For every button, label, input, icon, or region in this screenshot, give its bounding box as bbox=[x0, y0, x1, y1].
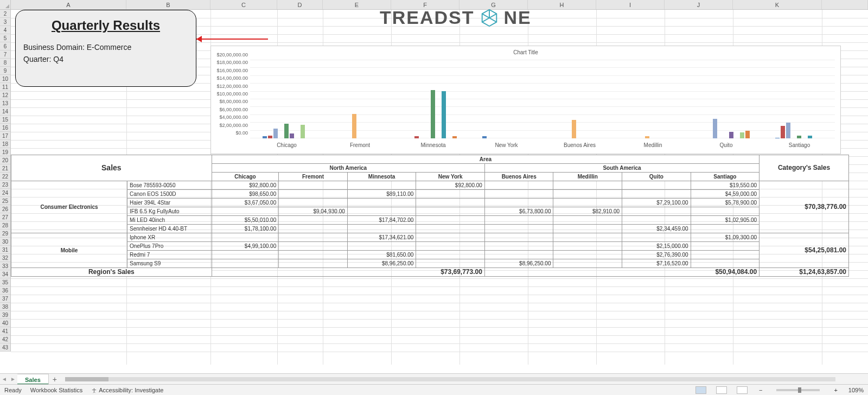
value-cell[interactable]: $92,800.00 bbox=[212, 181, 279, 190]
row-35[interactable]: 35 bbox=[0, 278, 10, 286]
row-3[interactable]: 3 bbox=[0, 18, 10, 26]
value-cell[interactable]: $2,34,459.00 bbox=[622, 225, 691, 233]
table-row[interactable]: OnePlus 7Pro$4,99,100.00$2,15,000.00 bbox=[11, 242, 849, 251]
value-cell[interactable] bbox=[553, 225, 622, 233]
value-cell[interactable] bbox=[347, 225, 416, 233]
value-cell[interactable] bbox=[622, 190, 691, 199]
value-cell[interactable] bbox=[347, 199, 416, 207]
value-cell[interactable] bbox=[279, 190, 348, 199]
row-11[interactable]: 11 bbox=[0, 83, 10, 91]
value-cell[interactable] bbox=[416, 259, 485, 268]
row-2[interactable]: 2 bbox=[0, 10, 10, 18]
product-cell[interactable]: Haier 394L 4Star bbox=[127, 199, 212, 207]
region-sales-label[interactable]: Region's Sales bbox=[11, 268, 212, 277]
value-cell[interactable]: $17,84,702.00 bbox=[347, 216, 416, 225]
col-K[interactable]: K bbox=[733, 0, 822, 9]
row-5[interactable]: 5 bbox=[0, 34, 10, 42]
horizontal-scrollbar[interactable] bbox=[65, 377, 835, 381]
value-cell[interactable] bbox=[212, 251, 279, 259]
row-29[interactable]: 29 bbox=[0, 230, 10, 238]
row-24[interactable]: 24 bbox=[0, 189, 10, 197]
value-cell[interactable]: $3,67,050.00 bbox=[212, 199, 279, 207]
col-A[interactable]: A bbox=[11, 0, 126, 9]
value-cell[interactable] bbox=[416, 233, 485, 242]
view-normal-button[interactable] bbox=[695, 386, 706, 394]
table-row[interactable]: Consumer ElectronicsBose 785593-0050$92,… bbox=[11, 181, 849, 190]
city-header[interactable]: New York bbox=[416, 173, 485, 181]
row-14[interactable]: 14 bbox=[0, 107, 10, 116]
value-cell[interactable] bbox=[691, 259, 760, 268]
value-cell[interactable] bbox=[553, 199, 622, 207]
city-header[interactable]: Medillin bbox=[553, 173, 622, 181]
row-33[interactable]: 33 bbox=[0, 262, 10, 270]
product-cell[interactable]: Canon EOS 1500D bbox=[127, 190, 212, 199]
category-ce[interactable]: Consumer Electronics bbox=[11, 181, 127, 233]
value-cell[interactable] bbox=[279, 242, 348, 251]
value-cell[interactable] bbox=[622, 233, 691, 242]
value-cell[interactable] bbox=[347, 207, 416, 216]
region-na[interactable]: North America bbox=[212, 164, 484, 173]
row-headers[interactable]: 2345678910111213141516171819202122232425… bbox=[0, 10, 11, 352]
value-cell[interactable]: $6,73,800.00 bbox=[484, 207, 553, 216]
value-cell[interactable] bbox=[553, 190, 622, 199]
row-40[interactable]: 40 bbox=[0, 319, 10, 327]
zoom-slider[interactable] bbox=[776, 389, 820, 391]
city-header[interactable]: Quito bbox=[622, 173, 691, 181]
value-cell[interactable] bbox=[484, 225, 553, 233]
tab-prev-button[interactable]: ◄ bbox=[0, 376, 9, 382]
value-cell[interactable]: $9,04,930.00 bbox=[279, 207, 348, 216]
value-cell[interactable] bbox=[416, 225, 485, 233]
value-cell[interactable] bbox=[416, 216, 485, 225]
value-cell[interactable]: $8,96,250.00 bbox=[347, 259, 416, 268]
table-row[interactable]: Canon EOS 1500D$98,650.00$89,110.00$4,59… bbox=[11, 190, 849, 199]
value-cell[interactable]: $82,910.00 bbox=[553, 207, 622, 216]
value-cell[interactable]: $7,29,100.00 bbox=[622, 199, 691, 207]
city-header[interactable]: Minnesota bbox=[347, 173, 416, 181]
zoom-level[interactable]: 109% bbox=[848, 387, 864, 393]
value-cell[interactable] bbox=[416, 199, 485, 207]
row-30[interactable]: 30 bbox=[0, 238, 10, 246]
city-header[interactable]: Fremont bbox=[279, 173, 348, 181]
value-cell[interactable]: $5,78,900.00 bbox=[691, 199, 760, 207]
product-cell[interactable]: Redmi 7 bbox=[127, 251, 212, 259]
value-cell[interactable] bbox=[622, 181, 691, 190]
col-H[interactable]: H bbox=[528, 0, 596, 9]
value-cell[interactable]: $92,800.00 bbox=[416, 181, 485, 190]
row-28[interactable]: 28 bbox=[0, 221, 10, 230]
row-18[interactable]: 18 bbox=[0, 140, 10, 148]
row-4[interactable]: 4 bbox=[0, 26, 10, 34]
add-sheet-button[interactable]: + bbox=[49, 375, 61, 384]
col-D[interactable]: D bbox=[277, 0, 323, 9]
value-cell[interactable] bbox=[279, 216, 348, 225]
value-cell[interactable]: $4,59,000.00 bbox=[691, 190, 760, 199]
value-cell[interactable] bbox=[484, 251, 553, 259]
value-cell[interactable]: $1,78,100.00 bbox=[212, 225, 279, 233]
sales-header[interactable]: Sales bbox=[11, 155, 212, 181]
value-cell[interactable] bbox=[691, 251, 760, 259]
value-cell[interactable] bbox=[622, 216, 691, 225]
row-36[interactable]: 36 bbox=[0, 286, 10, 295]
value-cell[interactable]: $2,15,000.00 bbox=[622, 242, 691, 251]
row-19[interactable]: 19 bbox=[0, 148, 10, 156]
category-mobile[interactable]: Mobile bbox=[11, 233, 127, 268]
value-cell[interactable] bbox=[622, 207, 691, 216]
value-cell[interactable] bbox=[212, 207, 279, 216]
col-C[interactable]: C bbox=[210, 0, 277, 9]
value-cell[interactable] bbox=[484, 190, 553, 199]
value-cell[interactable] bbox=[416, 251, 485, 259]
value-cell[interactable] bbox=[279, 199, 348, 207]
row-32[interactable]: 32 bbox=[0, 254, 10, 262]
value-cell[interactable] bbox=[553, 242, 622, 251]
row-10[interactable]: 10 bbox=[0, 75, 10, 83]
table-row[interactable]: IFB 6.5 Kg FullyAuto$9,04,930.00$6,73,80… bbox=[11, 207, 849, 216]
value-cell[interactable]: $8,96,250.00 bbox=[484, 259, 553, 268]
chart[interactable]: Chart Title $0.00$2,00,000.00$4,00,000.0… bbox=[210, 46, 841, 154]
value-cell[interactable]: $7,16,520.00 bbox=[622, 259, 691, 268]
row-16[interactable]: 16 bbox=[0, 124, 10, 132]
row-21[interactable]: 21 bbox=[0, 164, 10, 173]
row-37[interactable]: 37 bbox=[0, 295, 10, 303]
row-23[interactable]: 23 bbox=[0, 181, 10, 189]
value-cell[interactable] bbox=[553, 233, 622, 242]
tab-next-button[interactable]: ► bbox=[9, 376, 17, 382]
value-cell[interactable] bbox=[279, 233, 348, 242]
